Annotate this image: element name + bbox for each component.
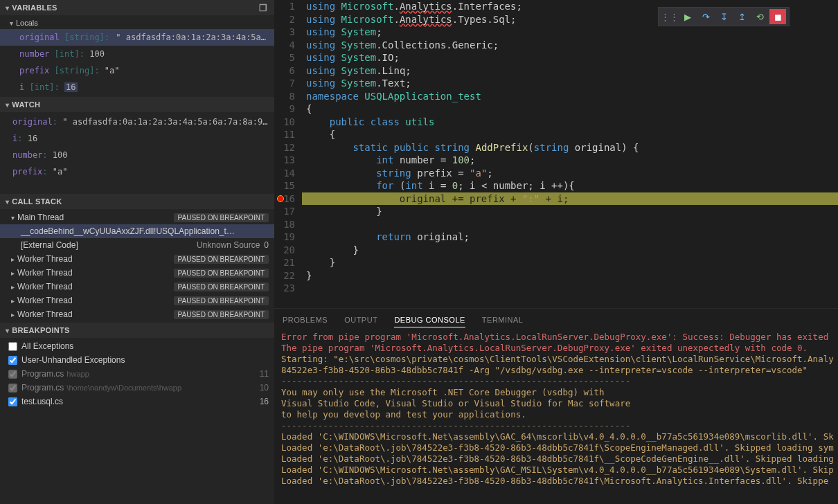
thread-row[interactable]: ▸Worker ThreadPAUSED ON BREAKPOINT xyxy=(0,266,274,280)
bp-checkbox[interactable] xyxy=(8,342,17,351)
paused-tag: PAUSED ON BREAKPOINT xyxy=(174,213,269,222)
chevron-down-icon: ▾ xyxy=(11,214,15,222)
tab-terminal[interactable]: TERMINAL xyxy=(482,313,524,327)
chevron-down-icon: ▾ xyxy=(6,327,9,334)
bp-label: Program.cs xyxy=(21,369,64,379)
debug-toolbar[interactable]: ⋮⋮ ▶ ↷ ↧ ↥ ⟲ ◼ xyxy=(658,7,790,26)
thread-row[interactable]: ▸Worker ThreadPAUSED ON BREAKPOINT xyxy=(0,294,274,307)
breakpoint-row[interactable]: Program.cs \home\nandyw\Documents\hwapp … xyxy=(0,381,274,395)
thread-name: Worker Thread xyxy=(17,309,73,319)
watch-row[interactable]: i: 16 xyxy=(0,130,274,147)
bp-checkbox[interactable] xyxy=(8,356,17,365)
bp-checkbox[interactable] xyxy=(8,384,17,393)
breakpoints-title: BREAKPOINTS xyxy=(12,326,267,334)
bp-count: 16 xyxy=(260,397,269,406)
thread-name: Worker Thread xyxy=(17,254,73,264)
chevron-down-icon: ▾ xyxy=(6,4,9,12)
code-body[interactable]: using Microsoft.Analytics.Interfaces;usi… xyxy=(302,0,838,295)
panel-tabs: PROBLEMS OUTPUT DEBUG CONSOLE TERMINAL xyxy=(274,308,838,327)
bp-checkbox[interactable] xyxy=(8,370,17,379)
breakpoint-row[interactable]: All Exceptions xyxy=(0,339,274,353)
thread-row[interactable]: ▾ Main Thread PAUSED ON BREAKPOINT xyxy=(0,210,274,224)
locals-header[interactable]: ▾ Locals xyxy=(0,17,274,29)
frame-source: Unknown Source xyxy=(197,240,260,250)
tab-problems[interactable]: PROBLEMS xyxy=(283,313,328,327)
breakpoint-row[interactable]: User-Unhandled Exceptions xyxy=(0,353,274,367)
bp-count: 11 xyxy=(260,369,269,379)
frame-count: 0 xyxy=(264,240,269,250)
breakpoints-header[interactable]: ▾ BREAKPOINTS xyxy=(0,323,274,338)
copy-icon[interactable]: ❐ xyxy=(259,3,267,13)
locals-label: Locals xyxy=(16,19,38,27)
chevron-right-icon: ▸ xyxy=(11,255,15,263)
variables-title: VARIABLES xyxy=(12,3,258,12)
callstack-header[interactable]: ▾ CALL STACK xyxy=(0,194,274,209)
watch-title: WATCH xyxy=(12,100,267,109)
continue-button[interactable]: ▶ xyxy=(679,9,696,24)
watch-header[interactable]: ▾ WATCH xyxy=(0,97,274,112)
thread-name: Main Thread xyxy=(17,213,64,222)
step-over-button[interactable]: ↷ xyxy=(697,9,714,24)
thread-row[interactable]: ▸Worker ThreadPAUSED ON BREAKPOINT xyxy=(0,307,274,321)
chevron-right-icon: ▸ xyxy=(11,283,15,291)
chevron-down-icon: ▾ xyxy=(10,19,13,27)
editor-area: ⋮⋮ ▶ ↷ ↧ ↥ ⟲ ◼ 1234567891011121314151617… xyxy=(274,0,838,504)
paused-tag: PAUSED ON BREAKPOINT xyxy=(174,310,269,319)
bp-label: All Exceptions xyxy=(21,341,73,351)
stack-frame[interactable]: [External Code] Unknown Source 0 xyxy=(0,238,274,252)
thread-row[interactable]: ▸Worker ThreadPAUSED ON BREAKPOINT xyxy=(0,252,274,266)
watch-row[interactable]: original: " asdfasdfa:0a:1a:2a:3a:4a:5a:… xyxy=(0,114,274,130)
code-editor[interactable]: 1234567891011121314151617181920212223 us… xyxy=(274,0,838,295)
watch-row[interactable]: prefix: "a" xyxy=(0,163,274,180)
chevron-right-icon: ▸ xyxy=(11,311,15,318)
chevron-down-icon: ▾ xyxy=(6,198,9,206)
callstack-title: CALL STACK xyxy=(12,197,267,206)
breakpoint-row[interactable]: Program.cs hwapp 11 xyxy=(0,367,274,381)
stack-frame[interactable]: __codeBehind__wCyUUaAxxZJF.dll!USQLAppli… xyxy=(0,224,274,238)
thread-name: Worker Thread xyxy=(17,268,73,278)
step-out-button[interactable]: ↥ xyxy=(733,9,750,24)
tab-debug-console[interactable]: DEBUG CONSOLE xyxy=(394,313,465,327)
thread-row[interactable]: ▸Worker ThreadPAUSED ON BREAKPOINT xyxy=(0,280,274,294)
breakpoint-icon[interactable] xyxy=(277,195,284,202)
line-gutter: 1234567891011121314151617181920212223 xyxy=(274,0,302,295)
stop-button[interactable]: ◼ xyxy=(769,9,786,24)
variable-row[interactable]: number [int]: 100 xyxy=(0,46,274,62)
thread-name: Worker Thread xyxy=(17,282,73,291)
variable-row[interactable]: prefix [string]: "a" xyxy=(0,62,274,79)
bp-count: 10 xyxy=(260,383,269,393)
paused-tag: PAUSED ON BREAKPOINT xyxy=(174,255,269,264)
paused-tag: PAUSED ON BREAKPOINT xyxy=(174,296,269,305)
thread-name: Worker Thread xyxy=(17,296,73,305)
paused-tag: PAUSED ON BREAKPOINT xyxy=(174,282,269,291)
variable-row[interactable]: original [string]: " asdfasdfa:0a:1a:2a:… xyxy=(0,29,274,46)
debug-sidebar: ▾ VARIABLES ❐ ▾ Locals original [string]… xyxy=(0,0,274,504)
bp-path: \home\nandyw\Documents\hwapp xyxy=(66,384,181,392)
step-into-button[interactable]: ↧ xyxy=(715,9,732,24)
variable-row[interactable]: i [int]: 16 xyxy=(0,79,274,96)
chevron-down-icon: ▾ xyxy=(6,101,9,109)
drag-handle-icon[interactable]: ⋮⋮ xyxy=(661,9,678,24)
chevron-right-icon: ▸ xyxy=(11,269,15,277)
variables-header[interactable]: ▾ VARIABLES ❐ xyxy=(0,0,274,15)
debug-console[interactable]: Error from pipe program 'Microsoft.Analy… xyxy=(274,327,838,504)
paused-tag: PAUSED ON BREAKPOINT xyxy=(174,269,269,278)
frame-label: __codeBehind__wCyUUaAxxZJF.dll!USQLAppli… xyxy=(21,226,235,236)
bp-checkbox[interactable] xyxy=(8,397,17,406)
restart-button[interactable]: ⟲ xyxy=(751,9,768,24)
bp-path: hwapp xyxy=(66,370,89,378)
bp-label: test.usql.cs xyxy=(21,397,63,406)
chevron-right-icon: ▸ xyxy=(11,297,15,305)
breakpoint-row[interactable]: test.usql.cs 16 xyxy=(0,395,274,408)
watch-row[interactable]: number: 100 xyxy=(0,147,274,163)
tab-output[interactable]: OUTPUT xyxy=(344,313,377,327)
frame-label: [External Code] xyxy=(21,240,78,250)
bp-label: User-Unhandled Exceptions xyxy=(21,355,125,365)
bp-label: Program.cs xyxy=(21,383,64,393)
